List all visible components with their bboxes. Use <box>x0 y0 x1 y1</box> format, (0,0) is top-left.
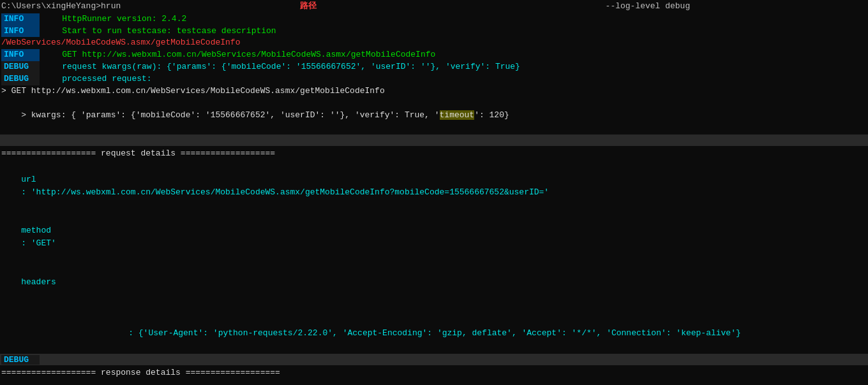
info-badge-1: INFO <box>1 13 40 25</box>
info-version-text: HttpRunner version: 2.4.2 <box>42 13 186 25</box>
info-get-url: GET http://ws.webxml.com.cn/WebServices/… <box>42 49 435 61</box>
debug-divider-line: DEBUG <box>0 354 868 365</box>
debug-badge-3: DEBUG <box>1 355 40 365</box>
req-headers-key: headers <box>21 276 130 289</box>
request-get-line: > GET http://ws.webxml.com.cn/WebService… <box>0 85 868 98</box>
debug-kwargs-line: DEBUG request kwargs(raw): {'params': {'… <box>0 61 868 73</box>
request-details-header: =================== request details ====… <box>0 147 868 160</box>
debug-processed-line: DEBUG processed request: <box>0 73 868 85</box>
req-url-val: : 'http://ws.webxml.com.cn/WebServices/M… <box>21 187 549 197</box>
debug-processed-text: processed request: <box>42 73 152 85</box>
spacer2 <box>317 0 605 13</box>
info-start-line: INFO Start to run testcase: testcase des… <box>0 25 868 38</box>
prompt-line: C:\Users\xingHeYang>hrun 路径 --log-level … <box>0 0 868 13</box>
resp-ok-line: ok : True <box>0 380 868 385</box>
path-label: 路径 <box>300 0 317 13</box>
req-url-key: url <box>21 173 130 186</box>
log-flag: --log-level debug <box>606 0 691 13</box>
info-version-line: INFO HttpRunner version: 2.4.2 <box>0 13 868 25</box>
info-badge-3: INFO <box>1 49 40 61</box>
terminal: C:\Users\xingHeYang>hrun 路径 --log-level … <box>0 0 868 385</box>
debug-badge-1: DEBUG <box>1 61 40 73</box>
request-section-divider <box>0 134 868 146</box>
request-kwargs-line: > kwargs: { 'params': {'mobileCode': '15… <box>0 98 868 134</box>
debug-kwargs-text: request kwargs(raw): {'params': {'mobile… <box>42 61 520 73</box>
response-details-header: =================== response details ===… <box>0 367 868 379</box>
info-start-text: Start to run testcase: testcase descript… <box>42 25 276 38</box>
prompt-text: C:\Users\xingHeYang>hrun <box>1 0 121 13</box>
info-badge-2: INFO <box>1 25 40 38</box>
req-method-line: method : 'GET' <box>0 212 868 263</box>
kwargs-prefix: > kwargs: { 'params': {'mobileCode': '15… <box>21 110 439 120</box>
req-headers-val-line: : {'User-Agent': 'python-requests/2.22.0… <box>0 314 868 352</box>
info-get-line: INFO GET http://ws.webxml.com.cn/WebServ… <box>0 49 868 61</box>
kwargs-suffix: ': 120} <box>474 110 509 120</box>
req-url-line: url : 'http://ws.webxml.com.cn/WebServic… <box>0 160 868 212</box>
req-method-key: method <box>21 224 130 237</box>
service-path-line: /WebServices/MobileCodeWS.asmx/getMobile… <box>0 37 868 49</box>
debug-badge-2: DEBUG <box>1 73 40 85</box>
spacer <box>121 0 300 13</box>
timeout-keyword: timeout <box>440 110 475 120</box>
req-method-val: : 'GET' <box>21 238 56 248</box>
req-headers-line: headers <box>0 263 868 315</box>
